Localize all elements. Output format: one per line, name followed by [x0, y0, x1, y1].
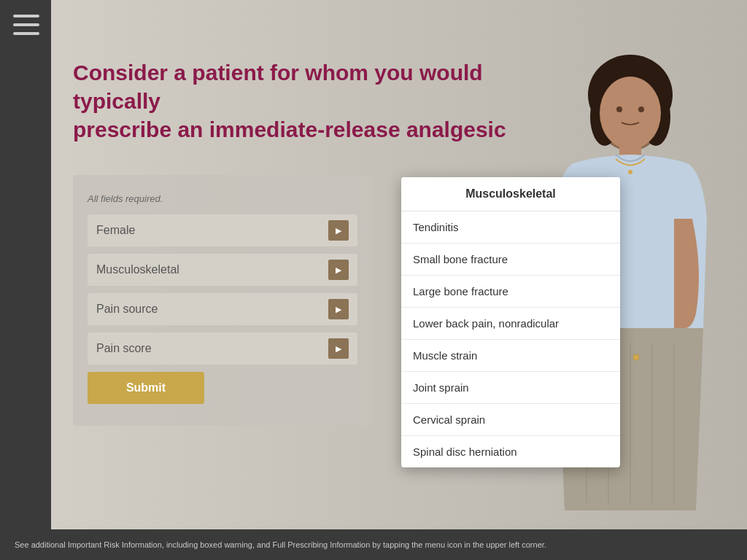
dropdown-header: Musculoskeletal	[401, 177, 620, 211]
category-label: Musculoskeletal	[96, 263, 179, 276]
submit-button[interactable]: Submit	[88, 372, 204, 404]
heading-line1: Consider a patient for whom you would ty…	[73, 61, 483, 113]
heading-line2: prescribe an immediate-release analgesic	[73, 117, 506, 141]
pain-score-select[interactable]: Pain score	[88, 332, 357, 365]
fields-required-label: All fields required.	[88, 193, 357, 204]
dropdown-item[interactable]: Small bone fracture	[401, 244, 620, 276]
category-select[interactable]: Musculoskeletal	[88, 254, 357, 286]
dropdown-item[interactable]: Muscle strain	[401, 340, 620, 372]
pain-score-label: Pain score	[96, 342, 152, 355]
dropdown-item[interactable]: Large bone fracture	[401, 276, 620, 308]
form-card: All fields required. Female Musculoskele…	[73, 175, 372, 426]
menu-icon[interactable]	[13, 15, 39, 35]
dropdown-item[interactable]: Joint sprain	[401, 372, 620, 404]
gender-select[interactable]: Female	[88, 214, 357, 246]
pain-source-arrow-icon[interactable]	[328, 299, 349, 319]
pain-source-label: Pain source	[96, 303, 158, 316]
dropdown-item[interactable]: Cervical sprain	[401, 404, 620, 436]
main-content: Consider a patient for whom you would ty…	[51, 0, 747, 529]
sidebar-strip	[0, 0, 51, 560]
pain-score-arrow-icon[interactable]	[328, 338, 349, 359]
dropdown-item[interactable]: Spinal disc herniation	[401, 436, 620, 467]
category-arrow-icon[interactable]	[328, 260, 349, 280]
gender-label: Female	[96, 224, 135, 237]
pain-source-select[interactable]: Pain source	[88, 293, 357, 325]
bottom-bar: See additional Important Risk Informatio…	[0, 529, 747, 560]
pain-source-dropdown: Musculoskeletal TendinitisSmall bone fra…	[401, 177, 620, 467]
dropdown-item[interactable]: Lower back pain, nonradicular	[401, 308, 620, 340]
main-heading: Consider a patient for whom you would ty…	[73, 58, 562, 144]
dropdown-item[interactable]: Tendinitis	[401, 211, 620, 244]
bottom-bar-text: See additional Important Risk Informatio…	[15, 540, 546, 550]
gender-arrow-icon[interactable]	[328, 220, 349, 241]
